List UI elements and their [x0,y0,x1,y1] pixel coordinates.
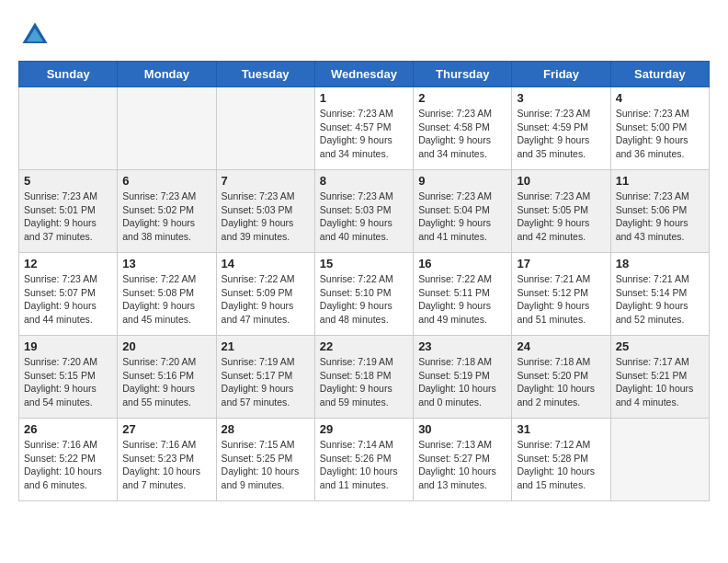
day-number: 8 [320,174,408,188]
calendar-cell [118,87,216,170]
cell-content: Sunrise: 7:23 AM Sunset: 5:06 PM Dayligh… [616,190,704,244]
calendar-cell [19,87,118,170]
day-number: 27 [122,422,210,436]
day-number: 15 [320,257,408,270]
calendar-header-tuesday: Tuesday [216,62,314,87]
cell-content: Sunrise: 7:17 AM Sunset: 5:21 PM Dayligh… [616,355,704,409]
calendar-cell: 6Sunrise: 7:23 AM Sunset: 5:02 PM Daylig… [118,170,216,253]
calendar-cell: 19Sunrise: 7:20 AM Sunset: 5:15 PM Dayli… [19,336,118,419]
cell-content: Sunrise: 7:19 AM Sunset: 5:17 PM Dayligh… [222,355,310,409]
day-number: 16 [418,257,506,270]
day-number: 30 [418,422,506,436]
calendar-header-wednesday: Wednesday [314,62,413,87]
day-number: 5 [24,174,112,188]
cell-content: Sunrise: 7:15 AM Sunset: 5:25 PM Dayligh… [222,438,310,492]
calendar-cell [216,87,314,170]
cell-content: Sunrise: 7:19 AM Sunset: 5:18 PM Dayligh… [320,355,408,409]
day-number: 6 [122,174,210,188]
cell-content: Sunrise: 7:12 AM Sunset: 5:28 PM Dayligh… [517,438,605,492]
calendar-cell: 24Sunrise: 7:18 AM Sunset: 5:20 PM Dayli… [512,336,610,419]
calendar-cell: 18Sunrise: 7:21 AM Sunset: 5:14 PM Dayli… [610,253,709,336]
day-number: 12 [24,257,112,270]
day-number: 19 [24,339,112,353]
calendar-week-row: 19Sunrise: 7:20 AM Sunset: 5:15 PM Dayli… [19,336,710,419]
cell-content: Sunrise: 7:21 AM Sunset: 5:12 PM Dayligh… [517,272,605,327]
calendar-cell: 28Sunrise: 7:15 AM Sunset: 5:25 PM Dayli… [216,419,314,501]
cell-content: Sunrise: 7:16 AM Sunset: 5:22 PM Dayligh… [24,438,112,492]
calendar-header-monday: Monday [118,62,216,87]
calendar-table: SundayMondayTuesdayWednesdayThursdayFrid… [18,61,710,501]
calendar-cell: 26Sunrise: 7:16 AM Sunset: 5:22 PM Dayli… [19,419,118,501]
day-number: 2 [418,91,506,105]
page-header [18,18,710,52]
calendar-cell: 20Sunrise: 7:20 AM Sunset: 5:16 PM Dayli… [118,336,216,419]
cell-content: Sunrise: 7:18 AM Sunset: 5:19 PM Dayligh… [418,355,506,409]
calendar-header-sunday: Sunday [19,62,118,87]
cell-content: Sunrise: 7:22 AM Sunset: 5:11 PM Dayligh… [418,272,506,327]
day-number: 24 [517,339,605,353]
calendar-header-saturday: Saturday [610,62,709,87]
cell-content: Sunrise: 7:14 AM Sunset: 5:26 PM Dayligh… [320,438,408,492]
calendar-week-row: 1Sunrise: 7:23 AM Sunset: 4:57 PM Daylig… [19,87,710,170]
day-number: 29 [320,422,408,436]
cell-content: Sunrise: 7:22 AM Sunset: 5:10 PM Dayligh… [320,272,408,327]
cell-content: Sunrise: 7:20 AM Sunset: 5:16 PM Dayligh… [122,355,210,409]
logo-icon [18,18,51,52]
calendar-cell: 3Sunrise: 7:23 AM Sunset: 4:59 PM Daylig… [512,87,610,170]
calendar-cell: 31Sunrise: 7:12 AM Sunset: 5:28 PM Dayli… [512,419,610,501]
cell-content: Sunrise: 7:23 AM Sunset: 4:59 PM Dayligh… [517,107,605,161]
day-number: 11 [616,174,704,188]
day-number: 13 [122,257,210,270]
calendar-cell: 22Sunrise: 7:19 AM Sunset: 5:18 PM Dayli… [314,336,413,419]
calendar-cell: 9Sunrise: 7:23 AM Sunset: 5:04 PM Daylig… [414,170,512,253]
calendar-cell: 5Sunrise: 7:23 AM Sunset: 5:01 PM Daylig… [19,170,118,253]
calendar-cell: 8Sunrise: 7:23 AM Sunset: 5:03 PM Daylig… [314,170,413,253]
calendar-cell: 7Sunrise: 7:23 AM Sunset: 5:03 PM Daylig… [216,170,314,253]
day-number: 25 [616,339,704,353]
day-number: 22 [320,339,408,353]
cell-content: Sunrise: 7:23 AM Sunset: 5:05 PM Dayligh… [517,190,605,244]
calendar-cell: 25Sunrise: 7:17 AM Sunset: 5:21 PM Dayli… [610,336,709,419]
day-number: 14 [222,257,310,270]
cell-content: Sunrise: 7:23 AM Sunset: 5:04 PM Dayligh… [418,190,506,244]
cell-content: Sunrise: 7:21 AM Sunset: 5:14 PM Dayligh… [616,272,704,327]
day-number: 23 [418,339,506,353]
day-number: 26 [24,422,112,436]
cell-content: Sunrise: 7:16 AM Sunset: 5:23 PM Dayligh… [122,438,210,492]
day-number: 10 [517,174,605,188]
day-number: 1 [320,91,408,105]
calendar-cell: 13Sunrise: 7:22 AM Sunset: 5:08 PM Dayli… [118,253,216,336]
calendar-cell: 29Sunrise: 7:14 AM Sunset: 5:26 PM Dayli… [314,419,413,501]
day-number: 28 [222,422,310,436]
calendar-cell: 21Sunrise: 7:19 AM Sunset: 5:17 PM Dayli… [216,336,314,419]
day-number: 31 [517,422,605,436]
logo [18,18,56,52]
cell-content: Sunrise: 7:23 AM Sunset: 5:03 PM Dayligh… [222,190,310,244]
day-number: 3 [517,91,605,105]
cell-content: Sunrise: 7:20 AM Sunset: 5:15 PM Dayligh… [24,355,112,409]
cell-content: Sunrise: 7:23 AM Sunset: 4:57 PM Dayligh… [320,107,408,161]
calendar-cell: 23Sunrise: 7:18 AM Sunset: 5:19 PM Dayli… [414,336,512,419]
calendar-cell: 1Sunrise: 7:23 AM Sunset: 4:57 PM Daylig… [314,87,413,170]
cell-content: Sunrise: 7:23 AM Sunset: 5:03 PM Dayligh… [320,190,408,244]
day-number: 9 [418,174,506,188]
day-number: 18 [616,257,704,270]
calendar-week-row: 26Sunrise: 7:16 AM Sunset: 5:22 PM Dayli… [19,419,710,501]
calendar-cell: 17Sunrise: 7:21 AM Sunset: 5:12 PM Dayli… [512,253,610,336]
cell-content: Sunrise: 7:13 AM Sunset: 5:27 PM Dayligh… [418,438,506,492]
day-number: 21 [222,339,310,353]
cell-content: Sunrise: 7:23 AM Sunset: 5:00 PM Dayligh… [616,107,704,161]
calendar-week-row: 5Sunrise: 7:23 AM Sunset: 5:01 PM Daylig… [19,170,710,253]
cell-content: Sunrise: 7:23 AM Sunset: 5:01 PM Dayligh… [24,190,112,244]
calendar-header-friday: Friday [512,62,610,87]
cell-content: Sunrise: 7:18 AM Sunset: 5:20 PM Dayligh… [517,355,605,409]
cell-content: Sunrise: 7:23 AM Sunset: 4:58 PM Dayligh… [418,107,506,161]
calendar-cell: 2Sunrise: 7:23 AM Sunset: 4:58 PM Daylig… [414,87,512,170]
day-number: 7 [222,174,310,188]
calendar-header-row: SundayMondayTuesdayWednesdayThursdayFrid… [19,62,710,87]
calendar-cell: 27Sunrise: 7:16 AM Sunset: 5:23 PM Dayli… [118,419,216,501]
calendar-cell: 11Sunrise: 7:23 AM Sunset: 5:06 PM Dayli… [610,170,709,253]
calendar-cell: 16Sunrise: 7:22 AM Sunset: 5:11 PM Dayli… [414,253,512,336]
calendar-cell: 14Sunrise: 7:22 AM Sunset: 5:09 PM Dayli… [216,253,314,336]
cell-content: Sunrise: 7:23 AM Sunset: 5:07 PM Dayligh… [24,272,112,327]
